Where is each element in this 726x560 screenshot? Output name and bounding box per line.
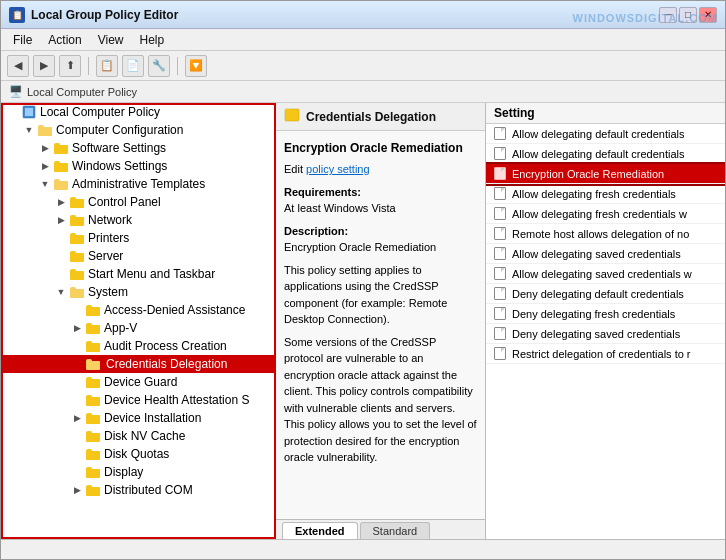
icon-printers	[69, 231, 85, 245]
forward-button[interactable]: ▶	[33, 55, 55, 77]
tree-panel: Local Computer Policy ▼ Computer Configu…	[1, 103, 276, 539]
label-deviceguard: Device Guard	[104, 375, 177, 389]
setting-item-s9[interactable]: Deny delegating default credentials	[486, 284, 725, 304]
setting-item-s2[interactable]: Allow delegating default credentials	[486, 144, 725, 164]
expander-display	[69, 464, 85, 480]
setting-icon-s9	[492, 287, 508, 301]
label-diskquotas: Disk Quotas	[104, 447, 169, 461]
tab-standard[interactable]: Standard	[360, 522, 431, 539]
tab-extended[interactable]: Extended	[282, 522, 358, 539]
setting-item-s7[interactable]: Allow delegating saved credentials	[486, 244, 725, 264]
tree-node-creddeleg[interactable]: Credentials Delegation	[1, 355, 275, 373]
icon-auditprocess	[85, 339, 101, 353]
paste-button[interactable]: 📄	[122, 55, 144, 77]
tree-node-windows[interactable]: ▶ Windows Settings	[1, 157, 275, 175]
expander-diskquotas	[69, 446, 85, 462]
expander-auditprocess	[69, 338, 85, 354]
tree-node-appv[interactable]: ▶ App-V	[1, 319, 275, 337]
icon-accessdenied	[85, 303, 101, 317]
setting-item-s11[interactable]: Deny delegating saved credentials	[486, 324, 725, 344]
tree-node-devicehealth[interactable]: Device Health Attestation S	[1, 391, 275, 409]
setting-item-s4[interactable]: Allow delegating fresh credentials	[486, 184, 725, 204]
content-requirements: Requirements: At least Windows Vista	[284, 184, 477, 217]
tree-node-startmenu[interactable]: Start Menu and Taskbar	[1, 265, 275, 283]
expander-software: ▶	[37, 140, 53, 156]
icon-deviceinstall	[85, 411, 101, 425]
label-software: Software Settings	[72, 141, 166, 155]
setting-item-s12[interactable]: Restrict delegation of credentials to r	[486, 344, 725, 364]
expander-deviceguard	[69, 374, 85, 390]
toolbar: ◀ ▶ ⬆ 📋 📄 🔧 🔽	[1, 51, 725, 81]
filter-button[interactable]: 🔽	[185, 55, 207, 77]
menu-action[interactable]: Action	[40, 31, 89, 49]
icon-software	[53, 141, 69, 155]
close-button[interactable]: ✕	[699, 7, 717, 23]
setting-text-s9: Deny delegating default credentials	[512, 288, 684, 300]
tree-node-network[interactable]: ▶ Network	[1, 211, 275, 229]
content-edit-line: Edit policy setting	[284, 161, 477, 178]
setting-text-s12: Restrict delegation of credentials to r	[512, 348, 691, 360]
menu-file[interactable]: File	[5, 31, 40, 49]
up-button[interactable]: ⬆	[59, 55, 81, 77]
menu-view[interactable]: View	[90, 31, 132, 49]
label-deviceinstall: Device Installation	[104, 411, 201, 425]
breadcrumb-text[interactable]: Local Computer Policy	[27, 86, 137, 98]
icon-deviceguard	[85, 375, 101, 389]
setting-icon-s12	[492, 347, 508, 361]
tree-node-software[interactable]: ▶ Software Settings	[1, 139, 275, 157]
label-creddeleg: Credentials Delegation	[104, 357, 229, 371]
setting-item-s1[interactable]: Allow delegating default credentials	[486, 124, 725, 144]
minimize-button[interactable]: ─	[659, 7, 677, 23]
setting-item-s3[interactable]: Encryption Oracle Remediation	[486, 164, 725, 184]
breadcrumb-icon: 🖥️	[9, 85, 23, 98]
tree-node-auditprocess[interactable]: Audit Process Creation	[1, 337, 275, 355]
tree-node-computer[interactable]: ▼ Computer Configuration	[1, 121, 275, 139]
icon-system	[69, 285, 85, 299]
tree-node-display[interactable]: Display	[1, 463, 275, 481]
setting-item-s10[interactable]: Deny delegating fresh credentials	[486, 304, 725, 324]
properties-button[interactable]: 🔧	[148, 55, 170, 77]
tree-node-deviceguard[interactable]: Device Guard	[1, 373, 275, 391]
tree-node-server[interactable]: Server	[1, 247, 275, 265]
expander-startmenu	[53, 266, 69, 282]
setting-item-s5[interactable]: Allow delegating fresh credentials w	[486, 204, 725, 224]
requirements-text: At least Windows Vista	[284, 202, 396, 214]
tree-node-printers[interactable]: Printers	[1, 229, 275, 247]
tab-bar: Extended Standard	[276, 519, 485, 539]
icon-creddeleg	[85, 357, 101, 371]
maximize-button[interactable]: □	[679, 7, 697, 23]
tree-node-diskquotas[interactable]: Disk Quotas	[1, 445, 275, 463]
app-icon: 📋	[9, 7, 25, 23]
setting-text-s1: Allow delegating default credentials	[512, 128, 684, 140]
expander-local	[5, 104, 21, 120]
expander-system: ▼	[53, 284, 69, 300]
tree-node-accessdenied[interactable]: Access-Denied Assistance	[1, 301, 275, 319]
tree-node-control[interactable]: ▶ Control Panel	[1, 193, 275, 211]
expander-printers	[53, 230, 69, 246]
tree-node-system[interactable]: ▼ System	[1, 283, 275, 301]
tree-node-local[interactable]: Local Computer Policy	[1, 103, 275, 121]
setting-item-s6[interactable]: Remote host allows delegation of no	[486, 224, 725, 244]
svg-rect-3	[285, 109, 291, 113]
tree-node-admin[interactable]: ▼ Administrative Templates	[1, 175, 275, 193]
expander-creddeleg	[69, 356, 85, 372]
copy-button[interactable]: 📋	[96, 55, 118, 77]
content-body1: This policy setting applies to applicati…	[284, 262, 477, 328]
policy-setting-link[interactable]: policy setting	[306, 163, 370, 175]
setting-text-s3: Encryption Oracle Remediation	[512, 168, 664, 180]
menu-help[interactable]: Help	[132, 31, 173, 49]
label-control: Control Panel	[88, 195, 161, 209]
back-button[interactable]: ◀	[7, 55, 29, 77]
setting-text-s7: Allow delegating saved credentials	[512, 248, 681, 260]
expander-disknv	[69, 428, 85, 444]
setting-text-s10: Deny delegating fresh credentials	[512, 308, 675, 320]
tree-node-deviceinstall[interactable]: ▶ Device Installation	[1, 409, 275, 427]
label-system: System	[88, 285, 128, 299]
setting-text-s2: Allow delegating default credentials	[512, 148, 684, 160]
requirements-label: Requirements:	[284, 186, 361, 198]
tree-node-distributedcom[interactable]: ▶ Distributed COM	[1, 481, 275, 499]
tree-node-disknv[interactable]: Disk NV Cache	[1, 427, 275, 445]
setting-icon-s7	[492, 247, 508, 261]
setting-item-s8[interactable]: Allow delegating saved credentials w	[486, 264, 725, 284]
breadcrumb-bar: 🖥️ Local Computer Policy	[1, 81, 725, 103]
